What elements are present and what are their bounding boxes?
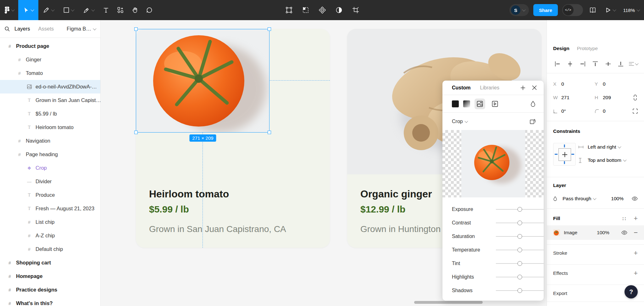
align-top-icon[interactable] <box>589 61 602 67</box>
rotation-field[interactable]: 0° <box>553 108 591 114</box>
layer-row-line[interactable]: —Divider <box>0 175 100 188</box>
horizontal-constraint-dropdown[interactable]: Left and right <box>578 142 644 152</box>
layer-row-text[interactable]: TProduce <box>0 188 100 202</box>
layer-row-image-selected[interactable]: ed-o-neil-AvvdZlhDowA-… <box>0 80 100 94</box>
add-effect-button[interactable]: + <box>634 269 638 277</box>
slider-thumb[interactable] <box>518 288 522 293</box>
page-selector[interactable]: Figma B… <box>67 26 96 32</box>
crop-image-button[interactable] <box>347 0 364 20</box>
library-button[interactable] <box>587 0 598 20</box>
hand-tool-button[interactable] <box>128 0 142 20</box>
align-right-icon[interactable] <box>576 61 589 67</box>
temperature-slider[interactable] <box>496 250 544 250</box>
align-bottom-icon[interactable] <box>614 61 627 67</box>
resources-tool-button[interactable] <box>113 0 128 20</box>
layer-row-frame[interactable]: #Navigation <box>0 134 100 148</box>
slider-thumb[interactable] <box>518 207 522 212</box>
distribute-menu-icon[interactable] <box>627 61 640 67</box>
product-origin[interactable]: Grown in San Juan Capistrano, CA <box>149 224 286 234</box>
styles-icon[interactable]: :: <box>622 216 627 221</box>
tab-prototype[interactable]: Prototype <box>577 46 598 51</box>
fill-opacity-field[interactable]: 100% <box>597 230 609 235</box>
move-tool-button[interactable] <box>18 0 38 20</box>
width-field[interactable]: W271 <box>553 95 591 100</box>
layer-row-frame[interactable]: #A-Z chip <box>0 229 100 242</box>
layer-row-text[interactable]: TFresh — August 21, 2023 <box>0 202 100 215</box>
layer-row-frame[interactable]: #List chip <box>0 215 100 229</box>
layer-row-frame[interactable]: #Shopping cart <box>0 256 100 269</box>
image-fill-button[interactable] <box>475 99 485 109</box>
selection-handle-ne[interactable] <box>268 27 271 31</box>
slider-thumb[interactable] <box>518 220 522 225</box>
contrast-slider[interactable] <box>496 223 544 223</box>
layer-row-frame[interactable]: #Default chip <box>0 242 100 256</box>
horizontal-scrollbar[interactable] <box>414 301 483 304</box>
share-button[interactable]: Share <box>533 4 558 16</box>
y-field[interactable]: Y0 <box>595 81 632 87</box>
search-icon[interactable] <box>4 26 10 32</box>
slider-thumb[interactable] <box>518 234 522 239</box>
product-origin[interactable]: Grown in Huntington B <box>360 224 449 234</box>
layer-row-component[interactable]: ❖Crop <box>0 161 100 175</box>
layer-row-text[interactable]: THeirloom tomato <box>0 121 100 134</box>
eye-icon[interactable] <box>621 230 627 235</box>
remove-fill-icon[interactable]: − <box>634 229 638 237</box>
slider-thumb[interactable] <box>518 261 522 266</box>
use-as-mask-button[interactable] <box>330 0 347 20</box>
selection-handle-nw[interactable] <box>134 27 138 31</box>
crop-mode-dropdown[interactable]: Crop <box>452 119 468 124</box>
layer-row-frame[interactable]: #Homepage <box>0 269 100 283</box>
align-horizontal-centers-icon[interactable] <box>564 61 576 67</box>
layer-row-frame[interactable]: #Page heading <box>0 148 100 161</box>
tab-layers[interactable]: Layers <box>14 26 30 32</box>
add-fill-button[interactable]: + <box>634 214 638 223</box>
product-price[interactable]: $5.99 / lb <box>149 204 189 215</box>
frame-selection-button[interactable] <box>297 0 314 20</box>
layer-row-frame[interactable]: #Product page <box>0 39 100 53</box>
add-style-button[interactable] <box>519 85 527 90</box>
corner-radius-field[interactable]: 0 <box>595 108 632 114</box>
tint-slider[interactable] <box>496 263 544 264</box>
gradient-fill-swatch[interactable] <box>463 100 470 107</box>
shape-tool-button[interactable] <box>58 0 79 20</box>
layer-row-text[interactable]: TGrown in San Juan Capist… <box>0 94 100 107</box>
fill-row[interactable]: Image 100% − <box>547 227 644 239</box>
video-fill-button[interactable] <box>490 99 500 109</box>
product-title[interactable]: Organic ginger <box>360 188 432 200</box>
main-menu-button[interactable] <box>0 0 18 20</box>
selection-box[interactable] <box>136 29 269 133</box>
account-menu[interactable]: S <box>509 4 529 16</box>
highlights-slider[interactable] <box>496 277 544 277</box>
blend-droplet-icon[interactable] <box>529 101 537 107</box>
layer-row-text[interactable]: T$5.99 / lb <box>0 107 100 121</box>
tab-assets[interactable]: Assets <box>38 26 54 32</box>
selection-handle-sw[interactable] <box>134 131 138 134</box>
text-tool-button[interactable] <box>99 0 113 20</box>
add-stroke-button[interactable]: + <box>634 249 638 257</box>
pen-tool-button[interactable] <box>79 0 99 20</box>
tab-design[interactable]: Design <box>553 46 569 51</box>
slider-thumb[interactable] <box>518 275 522 279</box>
x-field[interactable]: X0 <box>553 81 591 87</box>
exposure-slider[interactable] <box>496 209 544 210</box>
layer-row-frame[interactable]: #What's in this? <box>0 297 100 306</box>
close-icon[interactable] <box>530 85 539 90</box>
independent-corners-icon[interactable] <box>633 109 638 114</box>
layer-row-frame[interactable]: #Practice designs <box>0 283 100 297</box>
vertical-constraint-dropdown[interactable]: Top and bottom <box>578 155 644 166</box>
constraints-widget[interactable] <box>553 143 576 166</box>
constrain-proportions-icon[interactable] <box>633 94 638 101</box>
rotate-image-button[interactable] <box>529 118 537 125</box>
pencil-tool-button[interactable] <box>38 0 58 20</box>
tab-custom[interactable]: Custom <box>452 85 471 91</box>
layer-row-frame[interactable]: #Tomato <box>0 66 100 80</box>
product-price[interactable]: $12.99 / lb <box>360 204 405 215</box>
slider-thumb[interactable] <box>518 247 522 252</box>
dev-mode-toggle[interactable]: </> <box>562 4 583 16</box>
selection-handle-se[interactable] <box>268 131 271 134</box>
saturation-slider[interactable] <box>496 236 544 237</box>
image-preview[interactable] <box>442 130 544 197</box>
zoom-menu[interactable]: 118% <box>623 8 640 13</box>
eye-icon[interactable] <box>632 196 638 201</box>
present-button[interactable] <box>602 0 619 20</box>
